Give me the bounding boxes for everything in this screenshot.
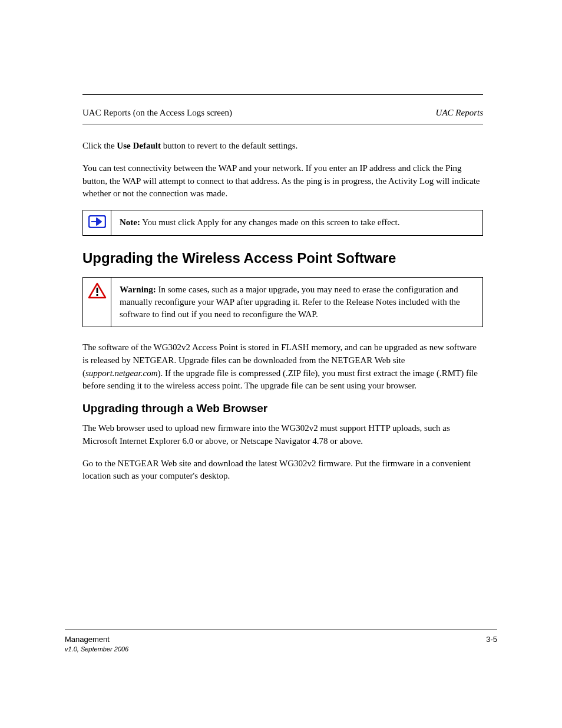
paragraph-download: Go to the NETGEAR Web site and download … xyxy=(82,457,483,483)
note-callout: Note: You must click Apply for any chang… xyxy=(82,210,483,236)
warning-callout: Warning: In some cases, such as a major … xyxy=(82,277,483,327)
page-content: UAC Reports (on the Access Logs screen) … xyxy=(82,94,483,492)
footer-left: Management xyxy=(65,635,110,644)
svg-rect-1 xyxy=(96,288,98,293)
note-lead: Note: xyxy=(120,218,140,227)
note-text: You must click Apply for any changes mad… xyxy=(140,218,399,227)
table-row: UAC Reports (on the Access Logs screen) … xyxy=(82,108,483,121)
paragraph-ping: You can test connectivity between the WA… xyxy=(82,162,483,200)
support-link-text: support.netgear.com xyxy=(85,368,158,378)
paragraph-browser-req: The Web browser used to upload new firmw… xyxy=(82,422,483,448)
warning-lead: Warning: xyxy=(120,285,156,294)
text-fragment: button to revert to the default settings… xyxy=(161,141,297,150)
paragraph-use-default: Click the Use Default button to revert t… xyxy=(82,140,483,153)
row-value: UAC Reports xyxy=(436,108,483,118)
warning-triangle-icon xyxy=(88,282,107,301)
section-heading: Upgrading the Wireless Access Point Soft… xyxy=(82,250,483,266)
footer-page-number: 3-5 xyxy=(486,635,497,644)
subsection-heading: Upgrading through a Web Browser xyxy=(82,402,483,415)
arrow-right-icon xyxy=(88,215,106,230)
warning-icon-cell xyxy=(83,278,111,327)
text-fragment: Click the xyxy=(82,141,117,150)
footer-divider xyxy=(65,630,497,630)
note-icon-cell xyxy=(83,210,111,235)
row-label: UAC Reports (on the Access Logs screen) xyxy=(82,108,232,118)
svg-rect-2 xyxy=(96,294,98,296)
divider-mid xyxy=(82,124,483,124)
warning-text: In some cases, such as a major upgrade, … xyxy=(120,285,460,319)
footer-version: v1.0, September 2006 xyxy=(65,645,497,653)
paragraph-flash: The software of the WG302v2 Access Point… xyxy=(82,341,483,393)
bold-use-default: Use Default xyxy=(117,141,161,150)
warning-body: Warning: In some cases, such as a major … xyxy=(111,278,482,327)
page-footer: Management 3-5 v1.0, September 2006 xyxy=(65,630,497,653)
divider-top xyxy=(82,94,483,95)
note-body: Note: You must click Apply for any chang… xyxy=(111,210,482,235)
